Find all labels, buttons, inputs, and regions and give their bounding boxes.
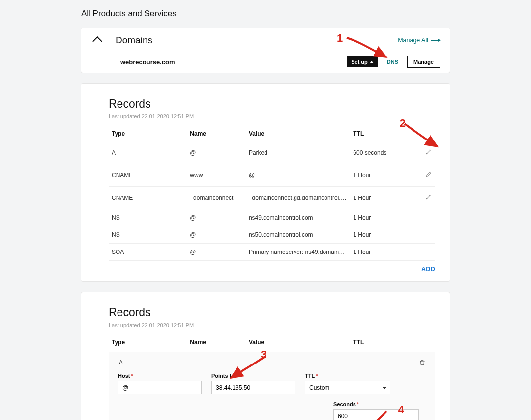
cell-ttl: 1 Hour [350,164,409,187]
col-name: Name [187,126,246,141]
annotation-arrow-3 [227,354,271,381]
last-updated-2: Last updated 22-01-2020 12:51 PM [109,322,435,328]
table-row: A@Parked600 seconds [109,141,435,164]
cell-type: CNAME [109,187,187,209]
delete-icon[interactable] [419,359,426,367]
annotation-arrow-2 [402,121,441,150]
col2-type: Type [109,335,187,350]
col-value: Value [246,126,350,141]
domains-heading: Domains [116,35,152,46]
cell-value: Primary nameserver: ns49.domaincontrol.c… [246,244,350,261]
cell-name: @ [187,244,246,261]
annotation-arrow-1 [343,35,392,59]
domain-name: webrecourse.com [120,58,175,66]
records-title-2: Records [109,306,435,319]
cell-type: SOA [109,244,187,261]
manage-all-label: Manage All [398,37,428,44]
cell-ttl: 600 seconds [350,141,409,164]
cell-value: @ [246,164,350,187]
col-type: Type [109,126,187,141]
cell-name: @ [187,209,246,226]
cell-value: _domainconnect.gd.domaincontrol.com [246,187,350,209]
add-link[interactable]: ADD [109,266,435,273]
edit-icon[interactable] [425,194,432,200]
table-row: NS@ns49.domaincontrol.com1 Hour [109,209,435,226]
col2-ttl: TTL [350,335,409,350]
ttl-label: TTL* [305,373,390,379]
points-to-input[interactable] [211,381,295,394]
table-row: CNAME_domainconnect_domainconnect.gd.dom… [109,187,435,209]
last-updated: Last updated 22-01-2020 12:51 PM [109,113,435,119]
arrow-right-icon [431,40,440,41]
cell-value: ns50.domaincontrol.com [246,226,350,244]
page-title: All Products and Services [81,9,531,19]
records-title: Records [109,97,435,111]
caret-up-icon [370,61,374,63]
table-row: CNAMEwww@1 Hour [109,164,435,187]
col2-name: Name [187,335,246,350]
ttl-select[interactable]: Custom [305,381,390,394]
cell-ttl: 1 Hour [350,209,409,226]
manage-button[interactable]: Manage [407,56,440,68]
cell-name: @ [187,141,246,164]
cell-type: CNAME [109,164,187,187]
manage-all-link[interactable]: Manage All [398,37,440,44]
chevron-up-icon[interactable] [92,36,102,46]
col-ttl: TTL [350,126,409,141]
records-card-1: Records Last updated 22-01-2020 12:51 PM… [81,83,450,282]
setup-label: Set up [351,59,368,65]
table-row: SOA@Primary nameserver: ns49.domaincontr… [109,244,435,261]
cell-value: Parked [246,141,350,164]
dns-link[interactable]: DNS [387,59,398,65]
cell-name: www [187,164,246,187]
cell-ttl: 1 Hour [350,187,409,209]
cell-type: NS [109,209,187,226]
cell-name: _domainconnect [187,187,246,209]
edit-panel: A Host* Points to* TTL* Custom [109,352,435,420]
col2-value: Value [246,335,350,350]
edit-icon[interactable] [425,171,432,178]
cell-ttl: 1 Hour [350,244,409,261]
host-input[interactable] [118,381,202,394]
seconds-label: Seconds* [333,401,419,407]
host-label: Host* [118,373,202,379]
cell-ttl: 1 Hour [350,226,409,244]
table-row: NS@ns50.domaincontrol.com1 Hour [109,226,435,244]
annotation-arrow-4 [356,409,390,420]
cell-type: NS [109,226,187,244]
records-card-2: Records Last updated 22-01-2020 12:51 PM… [81,292,450,420]
records-table: Type Name Value TTL A@Parked600 secondsC… [109,126,435,261]
cell-type: A [109,141,187,164]
domains-card: Domains Manage All webrecourse.com Set u… [81,28,450,73]
records-table-2: Type Name Value TTL [109,335,435,350]
cell-name: @ [187,226,246,244]
cell-value: ns49.domaincontrol.com [246,209,350,226]
